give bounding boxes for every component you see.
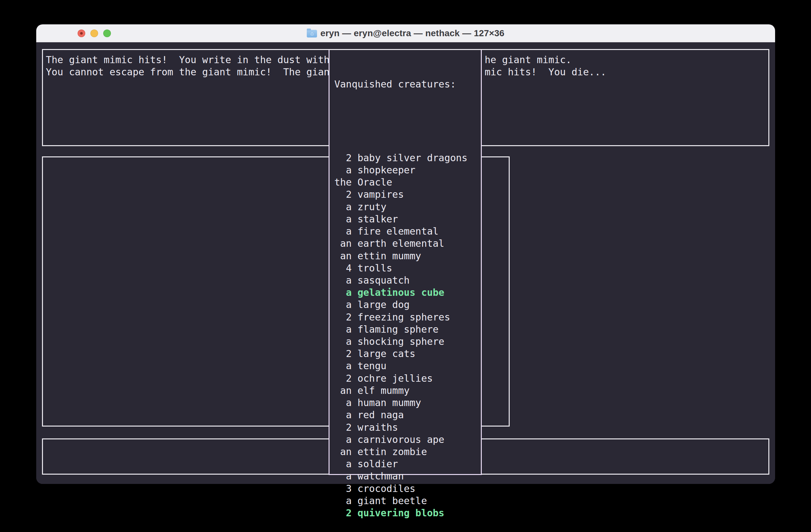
vanquished-entry: 3 crocodiles <box>334 483 478 495</box>
vanquished-entry: a flaming sphere <box>334 323 478 335</box>
vanquished-entry: a stalker <box>334 213 478 225</box>
vanquished-entry: a shocking sphere <box>334 335 478 348</box>
vanquished-entry: 2 large cats <box>334 348 478 360</box>
vanquished-entry: 2 freezing spheres <box>334 311 478 323</box>
house-glyph: ⌂ <box>307 30 317 37</box>
vanquished-entry: 4 trolls <box>334 262 478 274</box>
zoom-button[interactable] <box>103 30 111 37</box>
titlebar-title-group: ⌂ eryn — eryn@electra — nethack — 127×36 <box>307 28 504 38</box>
vanquished-entry: a giant beetle <box>334 495 478 507</box>
vanquished-entry: an ettin zombie <box>334 446 478 458</box>
vanquished-entry: an elf mummy <box>334 385 478 397</box>
vanquished-entry: 2 ochre jellies <box>334 372 478 385</box>
message-text-left-fragment: The giant mimic hits! You write in the d… <box>46 54 330 78</box>
vanquished-entry: the Oracle <box>334 176 478 188</box>
vanquished-entry-highlighted: a gelatinous cube <box>334 286 478 299</box>
vanquished-entry: an earth elemental <box>334 237 478 250</box>
vanquished-creatures-content: Vanquished creatures: 2 baby silver drag… <box>334 54 478 532</box>
window-title: eryn — eryn@electra — nethack — 127×36 <box>320 28 504 38</box>
vanquished-entry: a carnivorous ape <box>334 434 478 446</box>
vanquished-entry: a watchman <box>334 470 478 482</box>
vanquished-entry: a tengu <box>334 360 478 372</box>
blank-row <box>334 115 478 127</box>
menu-header: Vanquished creatures: <box>334 78 478 90</box>
message-text-right-fragment: he giant mimic. mic hits! You die... <box>485 54 606 78</box>
traffic-light-buttons <box>78 25 111 42</box>
vanquished-entry: a sasquatch <box>334 274 478 286</box>
vanquished-entry: 2 baby silver dragons <box>334 152 478 164</box>
vanquished-entry: 2 wraiths <box>334 421 478 434</box>
vanquished-entry: a human mummy <box>334 397 478 409</box>
vanquished-entry: an ettin mummy <box>334 250 478 262</box>
minimize-button[interactable] <box>90 30 98 37</box>
vanquished-entry: 2 vampires <box>334 188 478 201</box>
vanquished-entry-highlighted: 2 quivering blobs <box>334 507 478 519</box>
window-titlebar[interactable]: ⌂ eryn — eryn@electra — nethack — 127×36 <box>36 25 775 42</box>
vanquished-entry: a zruty <box>334 201 478 213</box>
vanquished-entries-list: 2 baby silver dragons a shopkeeperthe Or… <box>334 152 478 519</box>
vanquished-entry: a large dog <box>334 299 478 311</box>
vanquished-entry: a soldier <box>334 458 478 470</box>
vanquished-entry: a fire elemental <box>334 225 478 237</box>
vanquished-entry: a red naga <box>334 409 478 421</box>
home-folder-icon: ⌂ <box>307 30 317 37</box>
vanquished-entry: a shopkeeper <box>334 164 478 176</box>
close-button[interactable] <box>78 30 85 37</box>
